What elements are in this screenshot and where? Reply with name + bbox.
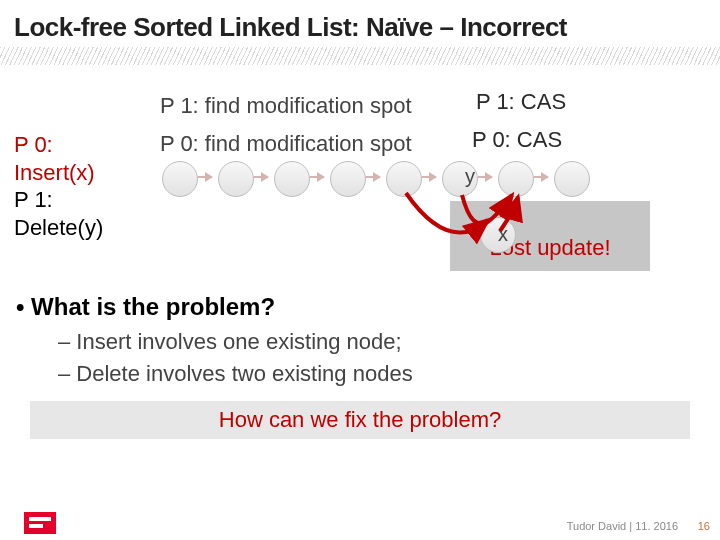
operations-legend: P 0: Insert(x) P 1: Delete(y) [14, 131, 144, 241]
p0-cas-annotation: P 0: CAS [472, 127, 562, 153]
p1-operation: Delete(y) [14, 214, 144, 242]
content-area: P 0: Insert(x) P 1: Delete(y) P 1: CAS P… [0, 65, 720, 465]
fix-question-bar: How can we fix the problem? [30, 401, 690, 439]
p1-find-annotation: P 1: find modification spot [160, 93, 412, 119]
p0-find-annotation: P 0: find modification spot [160, 131, 412, 157]
y-label: y [465, 165, 475, 188]
p1-cas-annotation: P 1: CAS [476, 89, 566, 115]
epfl-logo [24, 512, 56, 534]
p1-label: P 1: [14, 186, 144, 214]
p0-operation: Insert(x) [14, 159, 144, 187]
footer-credit: Tudor David | 11. 2016 [567, 520, 678, 532]
p0-label: P 0: [14, 131, 144, 159]
slide-title: Lock-free Sorted Linked List: Naïve – In… [0, 0, 720, 47]
problem-question: • What is the problem? [16, 293, 275, 321]
hatch-separator [0, 47, 720, 65]
bullet-delete: – Delete involves two existing nodes [58, 361, 413, 387]
bullet-insert: – Insert involves one existing node; [58, 329, 402, 355]
page-number: 16 [698, 520, 710, 532]
fix-question: How can we fix the problem? [219, 407, 501, 433]
x-label: x [498, 223, 508, 246]
cas-arrows [162, 161, 602, 281]
